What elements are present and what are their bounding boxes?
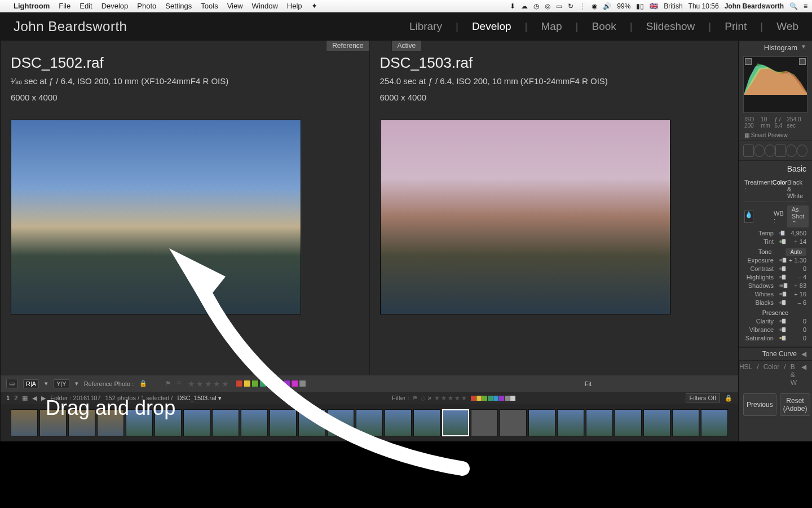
filmstrip-thumb[interactable] <box>586 409 613 436</box>
slider-vibrance[interactable] <box>779 329 784 331</box>
ref-menu-chevron[interactable]: ▾ <box>45 380 48 387</box>
slider-highlights[interactable] <box>779 276 784 278</box>
active-photo[interactable] <box>380 120 670 314</box>
filmstrip-thumb[interactable] <box>701 409 728 436</box>
grid-icon[interactable]: ▦ <box>22 395 28 402</box>
color-label-swatches[interactable] <box>236 380 306 387</box>
filter-color-swatch[interactable] <box>471 396 476 401</box>
slider-temp[interactable] <box>779 232 784 234</box>
filmstrip-thumb[interactable] <box>442 409 469 436</box>
hsl-header[interactable]: HSL / Color / B & W ◀ <box>739 360 812 389</box>
filter-flag2-icon[interactable]: ◇ <box>421 395 425 402</box>
color-swatch[interactable] <box>259 380 267 387</box>
menu-icon[interactable]: ≡ <box>804 2 807 10</box>
selected-file[interactable]: DSC_1503.raf ▾ <box>177 395 222 402</box>
wifi-icon[interactable]: ◉ <box>592 2 597 10</box>
filmstrip-thumb[interactable] <box>471 409 498 436</box>
filmstrip-thumb[interactable] <box>500 409 527 436</box>
menu-tools[interactable]: Tools <box>201 2 218 10</box>
display-icon[interactable]: ▭ <box>556 2 562 10</box>
wb-preset-select[interactable]: As Shot ⌃ <box>787 205 809 227</box>
filmstrip-thumb[interactable] <box>241 409 268 436</box>
basic-header[interactable]: Basic <box>744 164 806 173</box>
filmstrip-thumb[interactable] <box>615 409 642 436</box>
module-book[interactable]: Book <box>592 20 616 33</box>
grad-tool-icon[interactable] <box>775 144 786 157</box>
slider-tint[interactable] <box>779 240 784 243</box>
redeye-tool-icon[interactable] <box>765 144 775 157</box>
filter-color-swatch[interactable] <box>482 396 487 401</box>
color-swatch[interactable] <box>251 380 259 387</box>
histogram-header[interactable]: Histogram▼ <box>739 41 812 54</box>
slider-shadows[interactable] <box>779 284 784 287</box>
module-develop[interactable]: Develop <box>472 20 511 33</box>
menu-file[interactable]: File <box>59 2 70 10</box>
filmstrip-thumb[interactable] <box>643 409 670 436</box>
second-monitor-1[interactable]: 1 <box>6 395 10 401</box>
loupe-view-button[interactable]: ▭ <box>6 379 17 388</box>
filmstrip-thumb[interactable] <box>557 409 584 436</box>
treatment-color[interactable]: Color <box>773 179 787 199</box>
filter-colors[interactable] <box>471 396 515 401</box>
filmstrip-thumb[interactable] <box>356 409 383 436</box>
prev-photo-icon[interactable]: ◀ <box>32 395 37 402</box>
filter-color-swatch[interactable] <box>510 396 515 401</box>
filmstrip-thumb[interactable] <box>270 409 297 436</box>
clock[interactable]: Thu 10:56 <box>689 2 719 10</box>
color-swatch[interactable] <box>291 380 298 387</box>
filters-off-select[interactable]: Filters Off <box>686 393 720 402</box>
cc-icon[interactable]: ◎ <box>545 2 550 10</box>
volume-icon[interactable]: 🔊 <box>603 2 611 10</box>
filmstrip-thumb[interactable] <box>413 409 440 436</box>
treatment-bw[interactable]: Black & White <box>787 179 806 199</box>
filter-lock-icon[interactable]: 🔒 <box>725 395 732 402</box>
slider-clarity[interactable] <box>779 320 784 322</box>
module-print[interactable]: Print <box>725 20 747 33</box>
filmstrip-thumb[interactable] <box>183 409 210 436</box>
app-name[interactable]: Lightroom <box>14 2 50 10</box>
color-swatch[interactable] <box>283 380 290 387</box>
module-library[interactable]: Library <box>409 20 442 33</box>
slider-contrast[interactable] <box>779 268 784 270</box>
menu-view[interactable]: View <box>227 2 243 10</box>
slider-saturation[interactable] <box>779 337 784 339</box>
module-web[interactable]: Web <box>776 20 798 33</box>
filter-color-swatch[interactable] <box>493 396 498 401</box>
filter-color-swatch[interactable] <box>488 396 493 401</box>
crop-tool-icon[interactable] <box>743 144 754 157</box>
ref-view-button[interactable]: R|A <box>23 379 39 388</box>
menu-photo[interactable]: Photo <box>137 2 156 10</box>
input-lang[interactable]: British <box>664 2 682 10</box>
spot-tool-icon[interactable] <box>754 144 765 157</box>
ba-menu-chevron[interactable]: ▾ <box>75 380 78 387</box>
menu-help[interactable]: Help <box>287 2 302 10</box>
zoom-fit[interactable]: Fit <box>585 380 592 387</box>
flag-icon[interactable]: 🇬🇧 <box>650 2 658 10</box>
clock-icon[interactable]: ◷ <box>533 2 539 10</box>
color-swatch[interactable] <box>267 380 275 387</box>
cloud-icon[interactable]: ☁ <box>521 2 528 10</box>
slider-exposure[interactable] <box>779 259 784 261</box>
brush-tool-icon[interactable] <box>797 144 807 157</box>
before-after-button[interactable]: Y|Y <box>54 379 69 388</box>
spotlight-icon[interactable]: 🔍 <box>789 2 798 10</box>
filmstrip-thumb[interactable] <box>327 409 354 436</box>
radial-tool-icon[interactable] <box>786 144 797 157</box>
slider-blacks[interactable] <box>779 301 784 304</box>
lock-icon[interactable]: 🔒 <box>139 380 147 387</box>
filmstrip-thumb[interactable] <box>385 409 412 436</box>
user-name[interactable]: John Beardsworth <box>725 2 784 10</box>
color-swatch[interactable] <box>275 380 283 387</box>
timemachine-icon[interactable]: ↻ <box>568 2 573 10</box>
filter-color-swatch[interactable] <box>476 396 482 401</box>
filmstrip-thumb[interactable] <box>298 409 325 436</box>
menu-develop[interactable]: Develop <box>102 2 129 10</box>
histogram[interactable] <box>743 56 807 113</box>
tonecurve-header[interactable]: Tone Curve ◀ <box>739 347 812 360</box>
menu-settings[interactable]: Settings <box>165 2 192 10</box>
slider-whites[interactable] <box>779 293 784 295</box>
module-map[interactable]: Map <box>541 20 562 33</box>
rating-stars[interactable]: ★★★★★ <box>188 379 230 388</box>
filmstrip-thumb[interactable] <box>212 409 239 436</box>
filter-stars[interactable]: ★★★★★ <box>434 395 468 402</box>
